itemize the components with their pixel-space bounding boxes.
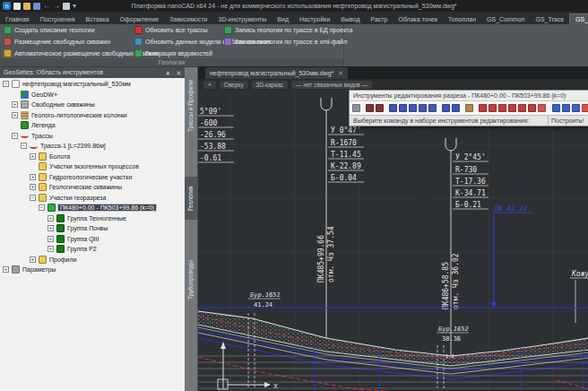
ribbon-tab-nastroiki[interactable]: Настройки	[294, 14, 335, 24]
ribbon-tab-vyvod[interactable]: Вывод	[335, 14, 365, 24]
tree-item-section-pk480[interactable]: −ПК480+0.00 - ПК503+99.86 (k=0)	[0, 203, 185, 213]
lens-tool-icon[interactable]	[465, 104, 473, 112]
tree-item-group-pochvy[interactable]: +Группа Почвы	[0, 223, 185, 234]
refresh-routes-icon	[134, 26, 143, 34]
svg-text:К-34.71: К-34.71	[455, 189, 486, 197]
palette-title[interactable]: Инструменты редактирования разреза - ПК4…	[350, 91, 588, 101]
tree-item-group-p2[interactable]: +Группа P2	[0, 244, 185, 255]
svg-text:К-22.89: К-22.89	[331, 162, 361, 170]
layer-flag-6-icon[interactable]	[442, 104, 450, 112]
palette-action[interactable]: Построить/	[548, 116, 588, 126]
ribbon-tab-vstavka[interactable]: Вставка	[81, 14, 115, 24]
slash-1-icon[interactable]	[538, 104, 546, 112]
pin-icon[interactable]: ∗	[164, 69, 172, 77]
ribbon-tab-zavisimosti[interactable]: Зависимости	[164, 14, 212, 24]
document-icon	[12, 80, 20, 88]
panel-header: GeoSeties: Область инструментов ∗ ✕	[0, 67, 185, 78]
layer-flag-3-icon[interactable]	[409, 104, 417, 112]
tree-item-litho-columns[interactable]: +Геолого-литологические колонки	[0, 110, 185, 121]
level-3-icon[interactable]	[572, 104, 580, 112]
layer-flag-1-icon[interactable]	[389, 104, 397, 112]
ribbon-tab-glavnaya[interactable]: Главная	[0, 14, 35, 24]
side-tab-pipelines[interactable]: Трубопроводы	[185, 254, 197, 306]
select-tool-icon[interactable]	[352, 104, 360, 112]
tree-item-bolota[interactable]: +Болота	[0, 152, 185, 162]
legend-icon	[21, 121, 29, 129]
ribbon-tab-rastr[interactable]: Растр	[366, 14, 393, 24]
section-edit-palette[interactable]: Инструменты редактирования разреза - ПК4…	[349, 90, 588, 126]
svg-text:-0.61: -0.61	[200, 154, 221, 162]
palette-prompt-row: Выберите команду в наборе инструментов р…	[350, 115, 588, 126]
window-title: Платформа nanoCAD x64 24 - не для коммер…	[0, 3, 588, 9]
ribbon-tab-oblaka[interactable]: Облака точек	[393, 14, 443, 24]
tree-item-exogenous[interactable]: Участки экзогенных процессов	[0, 161, 185, 172]
group-icon	[56, 235, 65, 243]
title-bar: n ← → ▾ Платформа nanoCAD x64 24 - не дл…	[0, 0, 588, 12]
routes-icon	[21, 133, 29, 138]
level-1-icon[interactable]	[552, 104, 560, 112]
stamp-3-icon[interactable]	[498, 104, 506, 112]
document-tab[interactable]: нефтепровод магистральный_530мм.dwg* ✕	[205, 67, 348, 79]
view-direction-button[interactable]: Сверху	[220, 81, 248, 89]
tree-item-geodw[interactable]: GeoDW+	[0, 90, 185, 100]
refresh-model-icon	[134, 38, 143, 46]
ribbon-tab-postroeniya[interactable]: Построения	[35, 14, 81, 24]
ribbon-tab-gs-geology[interactable]: GS_Geology	[569, 13, 588, 24]
stamp-5-icon[interactable]	[518, 104, 526, 112]
svg-text:R-730: R-730	[455, 166, 477, 174]
stamp-4-icon[interactable]	[508, 104, 516, 112]
tree-item-parametry[interactable]: +Параметры	[0, 265, 185, 275]
group-icon	[56, 224, 65, 232]
water-level-marker: ПК 42.32	[491, 204, 532, 308]
stamp-2-icon[interactable]	[489, 104, 497, 112]
tree-item-group-qiii[interactable]: +Группа QIII	[0, 234, 185, 245]
georazrez-icon	[48, 204, 56, 212]
ribbon-tab-gs-trace[interactable]: GS_Trace	[530, 14, 569, 24]
ribbon-tab-topoplan[interactable]: Топоплан	[443, 14, 481, 24]
close-icon[interactable]: ✕	[175, 69, 183, 77]
cmd-save-geology-db[interactable]: Запись геологии по трассе в БД проекта	[224, 24, 352, 36]
side-tab-routes-profiles[interactable]: Трассы и Профили	[185, 76, 197, 135]
tree-item-legend[interactable]: Легенда	[0, 120, 185, 131]
ribbon-tab-gs-common[interactable]: GS_Common	[481, 14, 530, 24]
svg-text:x: x	[273, 382, 278, 390]
svg-text:Б-0.21: Б-0.21	[455, 201, 481, 209]
ribbon-tab-oformlenie[interactable]: Оформление	[115, 14, 164, 24]
save-geology-db-icon	[224, 26, 232, 34]
level-2-icon[interactable]	[562, 104, 570, 112]
tree-item-root[interactable]: −нефтепровод магистральный_530мм	[0, 79, 185, 90]
stamp-1-icon[interactable]	[479, 104, 487, 112]
cad-viewport[interactable]: 5°09' -600 -26.96 -53.88 -0.61 У 0°47' R…	[198, 91, 588, 391]
ribbon-tab-3d[interactable]: 3D-инструменты	[213, 14, 272, 24]
tree-item-georazrez[interactable]: −Участки георазреза	[0, 193, 185, 204]
geodw-icon	[21, 91, 29, 99]
tree-item-hydrogeo[interactable]: +Гидрогеологические участки	[0, 172, 185, 183]
svg-text:R-1670: R-1670	[331, 139, 357, 147]
tree-item-group-tehnogennye[interactable]: +Группа Техногенные	[0, 213, 185, 224]
slash-2-icon[interactable]	[582, 104, 588, 112]
tree-item-route-1[interactable]: −Трасса-1 [L=2399.86м]	[0, 141, 185, 152]
ribbon-tab-vid[interactable]: Вид	[272, 14, 294, 24]
free-wells-icon	[21, 100, 29, 109]
tree-item-routes[interactable]: −Трассы	[0, 131, 185, 142]
tree-item-geo-wells[interactable]: +Геологические скважины	[0, 182, 185, 193]
layer-flag-7-icon[interactable]	[452, 104, 460, 112]
cmd-save-geology-xml[interactable]: Запись геологии по трассе в xml-файл	[224, 36, 352, 48]
side-tab-geology[interactable]: Геология	[185, 177, 197, 220]
svg-text:38.36: 38.36	[442, 335, 461, 343]
layer-flag-5-icon[interactable]	[428, 104, 437, 112]
close-tab-icon[interactable]: ✕	[338, 70, 343, 77]
edit-gear-2-icon[interactable]	[376, 104, 384, 112]
folder-icon	[39, 194, 47, 202]
ribbon-group-label: Геология	[0, 58, 343, 66]
linked-views-button[interactable]: — нет связанных видов —	[291, 81, 372, 89]
visual-style-button[interactable]: 3D-каркас	[252, 81, 289, 89]
tree-item-free-wells[interactable]: +Свободные скважины	[0, 100, 185, 110]
svg-text:Кожух: Кожух	[571, 270, 588, 278]
edit-gear-1-icon[interactable]	[366, 104, 374, 112]
layer-flag-2-icon[interactable]	[399, 104, 407, 112]
stamp-6-icon[interactable]	[528, 104, 536, 112]
layer-flag-4-icon[interactable]	[419, 104, 427, 112]
add-view-button[interactable]: +	[203, 81, 216, 89]
tree-item-profili[interactable]: +Профили	[0, 255, 185, 265]
